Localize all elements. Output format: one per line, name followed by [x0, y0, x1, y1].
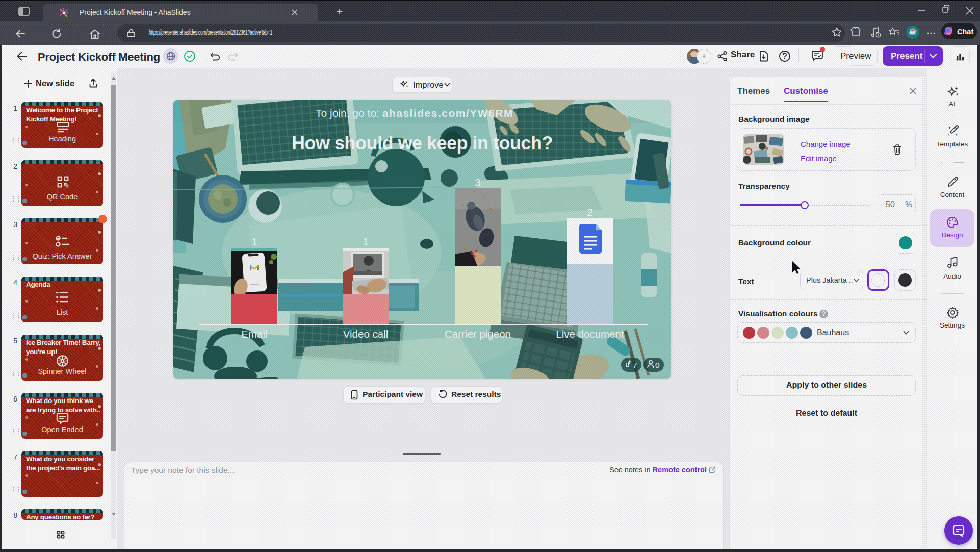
svg-text:Video call: Video call	[343, 328, 389, 340]
svg-text:How should we keep in touch?: How should we keep in touch?	[292, 133, 553, 154]
svg-text:7: 7	[633, 361, 637, 369]
svg-text:Live document: Live document	[556, 328, 624, 340]
svg-text:2: 2	[587, 206, 593, 218]
svg-text:1: 1	[251, 236, 257, 247]
svg-text:Carrier pigeon: Carrier pigeon	[445, 328, 511, 340]
svg-text:Email: Email	[241, 328, 267, 340]
svg-text:To join, go to: ahaslides.com/: To join, go to: ahaslides.com/YW6RM	[316, 107, 513, 119]
svg-text:3: 3	[475, 177, 481, 188]
svg-text:0: 0	[655, 361, 660, 369]
svg-text:1: 1	[363, 236, 369, 247]
